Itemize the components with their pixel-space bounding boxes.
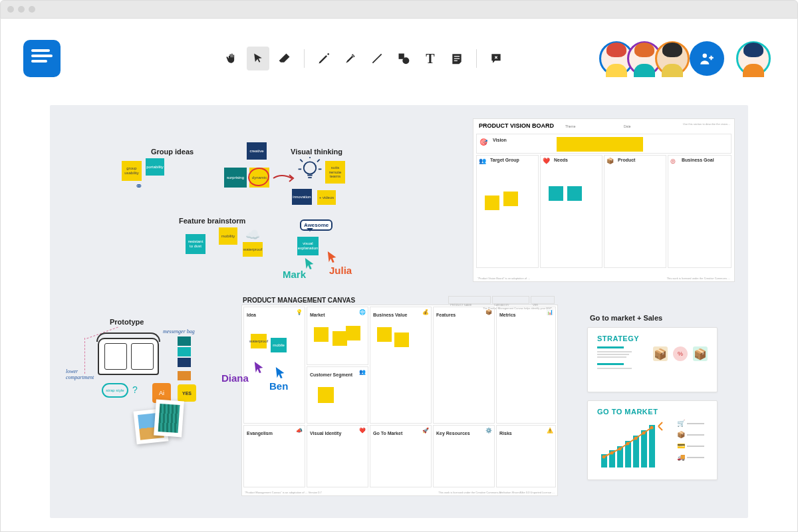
color-swatch[interactable]	[178, 336, 191, 346]
cursor-label: Julia	[329, 265, 352, 276]
svg-rect-10	[649, 425, 655, 467]
sticky-note[interactable]	[318, 387, 334, 403]
header-field: VER	[531, 296, 555, 304]
hand-tool[interactable]	[220, 47, 243, 70]
speech-bubble: Awesome	[300, 219, 332, 231]
color-swatch[interactable]	[178, 371, 191, 380]
header-field: CANVAS BY	[492, 296, 529, 304]
line-tool[interactable]	[366, 47, 388, 70]
cursor-label: Mark	[283, 269, 306, 280]
eraser-tool[interactable]	[273, 47, 296, 70]
sticky-note[interactable]: innovation	[292, 189, 312, 205]
yes-badge[interactable]: YES	[178, 384, 196, 402]
select-tool[interactable]	[247, 47, 269, 70]
slide-title: GO TO MARKET	[597, 408, 708, 416]
sticky-note[interactable]	[503, 192, 518, 206]
window-min-dot[interactable]	[18, 6, 25, 13]
sticky-note[interactable]	[394, 332, 409, 347]
window-max-dot[interactable]	[29, 6, 35, 13]
sticky-note[interactable]: waterproof	[251, 334, 267, 348]
note-tool[interactable]	[446, 47, 468, 70]
sticky-note[interactable]: portability	[146, 158, 164, 176]
question-mark-icon: ?	[132, 384, 138, 395]
sticky-note[interactable]: + videos	[317, 190, 336, 205]
svg-point-17	[650, 426, 654, 430]
panel-footnote: This work is licensed under the Creative…	[667, 277, 730, 280]
panel-footnote: "Product Management Canvas" is an adapta…	[245, 491, 322, 494]
pen-tool[interactable]	[313, 47, 335, 70]
highlighter-tool[interactable]	[339, 47, 362, 70]
lightbulb-icon	[297, 157, 323, 189]
toolbar-separator	[304, 49, 305, 68]
field-label: Theme	[565, 124, 576, 128]
cell-title: Go To Market	[370, 429, 405, 438]
prototype-sketch[interactable]	[98, 338, 159, 375]
app-logo[interactable]	[23, 40, 61, 77]
section-title-prototype: Prototype	[110, 318, 144, 326]
svg-point-3	[304, 162, 316, 174]
sticky-note[interactable]: group usability	[122, 161, 142, 181]
svg-point-14	[626, 442, 630, 446]
cell-title: Business Value	[370, 311, 410, 319]
collaborator-avatar-mark[interactable]	[662, 41, 696, 76]
sticky-note[interactable]: suits remote teams	[325, 161, 345, 184]
sticky-note[interactable]	[332, 331, 347, 346]
header-field: PRODUCT NAME	[448, 296, 491, 304]
svg-point-13	[618, 448, 622, 451]
sticky-note[interactable]: waterproof	[243, 242, 263, 257]
vision-banner[interactable]	[557, 137, 643, 152]
sticky-note[interactable]	[314, 327, 329, 342]
slide-strategy[interactable]: STRATEGY 📦 % 📦	[587, 327, 718, 392]
cell-title: Evangelism	[244, 429, 275, 438]
people-icon: ⚭	[135, 181, 143, 192]
panel-footnote: This work is licensed under the Creative…	[438, 491, 555, 494]
section-title-group-ideas: Group ideas	[151, 148, 194, 156]
sticky-note[interactable]	[485, 196, 499, 210]
cell-title: Product	[615, 156, 638, 164]
sticky-note[interactable]: resistant to dust	[186, 234, 205, 254]
cell-title: Features	[434, 311, 458, 319]
sticky-note[interactable]: surprising	[224, 168, 247, 188]
cursor-label: Ben	[269, 380, 288, 392]
hand-drawn-arrow	[272, 172, 296, 188]
sticky-note[interactable]	[549, 186, 563, 201]
panel-title: PRODUCT MANAGEMENT CANVAS	[243, 297, 355, 304]
sticky-note[interactable]	[377, 327, 392, 342]
sticky-note[interactable]	[567, 186, 582, 201]
cell-title: Idea	[244, 311, 259, 319]
annotation-pill: strap style	[102, 383, 128, 398]
app-frame: T	[0, 19, 798, 532]
cell-title: Market	[307, 311, 328, 319]
cell-title: Needs	[551, 156, 571, 164]
color-swatch[interactable]	[178, 347, 191, 356]
sticky-note[interactable]	[346, 326, 360, 340]
toolbar: T	[220, 47, 507, 70]
cell-title: Key Resources	[434, 429, 473, 438]
shape-tool[interactable]	[392, 47, 415, 70]
svg-point-15	[634, 437, 638, 440]
slide-go-to-market[interactable]: GO TO MARKET	[587, 400, 718, 480]
text-tool[interactable]: T	[419, 47, 442, 70]
cloud-icon: ☁️	[245, 227, 260, 242]
whiteboard-canvas[interactable]: Group ideas group usability portability …	[50, 105, 748, 518]
svg-rect-8	[633, 436, 639, 467]
svg-point-1	[402, 57, 409, 64]
product-vision-board[interactable]: PRODUCT VISION BOARD Theme Date Use this…	[473, 118, 735, 282]
sticky-note[interactable]: mobility	[219, 227, 237, 245]
sticky-note[interactable]: mobile	[271, 338, 287, 352]
color-swatch[interactable]	[178, 358, 191, 367]
cell-title: Risks	[497, 429, 515, 438]
comment-tool[interactable]	[485, 47, 507, 70]
current-user-avatar[interactable]	[743, 41, 777, 76]
sticky-note[interactable]: creative	[247, 142, 267, 160]
product-management-canvas[interactable]: PRODUCT NAME CANVAS BY VER The Product M…	[241, 305, 558, 496]
section-title-feature-brainstorm: Feature brainstorm	[179, 217, 245, 225]
svg-point-11	[602, 456, 606, 459]
bar-line-chart-icon	[597, 420, 670, 471]
photo-thumbnail[interactable]	[154, 400, 184, 438]
slide-title: STRATEGY	[597, 334, 708, 342]
svg-point-2	[703, 53, 708, 58]
sticky-note[interactable]: visual explanation	[297, 237, 319, 255]
annotation: lower compartment	[66, 368, 99, 380]
window-close-dot[interactable]	[7, 6, 14, 13]
